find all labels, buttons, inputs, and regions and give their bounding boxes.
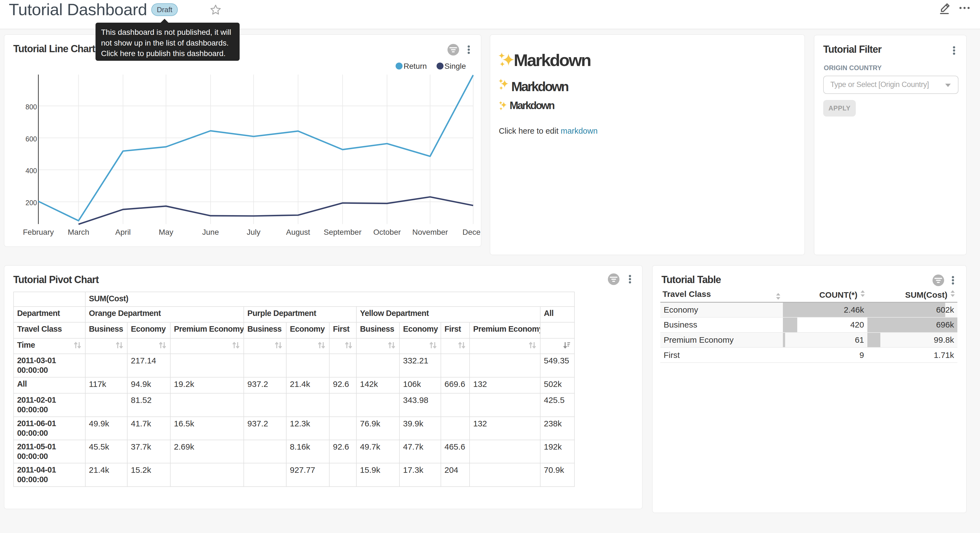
svg-text:April: April (115, 228, 131, 236)
svg-text:October: October (373, 228, 401, 236)
svg-text:August: August (286, 228, 310, 236)
svg-text:May: May (159, 228, 173, 236)
svg-text:600: 600 (25, 135, 37, 143)
svg-text:November: November (412, 228, 448, 236)
svg-text:Dece: Dece (462, 228, 480, 236)
svg-text:July: July (247, 228, 261, 236)
svg-text:800: 800 (25, 103, 37, 111)
svg-text:March: March (68, 228, 89, 236)
svg-text:Return: Return (404, 62, 427, 70)
svg-text:February: February (23, 228, 54, 236)
svg-text:200: 200 (25, 199, 37, 207)
svg-text:400: 400 (25, 167, 37, 174)
svg-text:Single: Single (444, 62, 466, 70)
svg-text:September: September (324, 228, 362, 236)
svg-text:June: June (202, 228, 219, 236)
